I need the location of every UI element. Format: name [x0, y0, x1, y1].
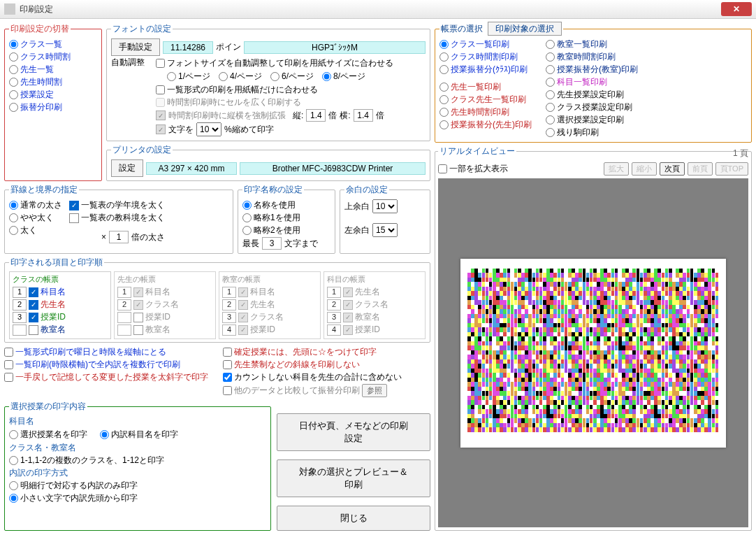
sel-r2-radio-0[interactable]	[9, 456, 18, 465]
printer-name-value: Brother MFC-J6983CDW Printer	[240, 162, 426, 175]
printname-radio-0[interactable]	[242, 201, 252, 210]
item-order: 1	[117, 287, 131, 298]
printname-radio-1[interactable]	[242, 213, 252, 222]
opts-left-check-0[interactable]	[4, 348, 13, 357]
rt-btn-次頁[interactable]: 次頁	[660, 162, 685, 176]
preview-button[interactable]: 対象の選択とプレビュー＆印刷	[277, 459, 430, 497]
rt-btn-前頁: 前頁	[688, 162, 713, 176]
switch-radio-4[interactable]	[9, 90, 18, 99]
item-check: ✓	[238, 287, 248, 297]
opts-left-check-2[interactable]	[4, 373, 13, 382]
zoom-check[interactable]	[438, 164, 447, 173]
printname-group: 印字名称の設定 名称を使用略称1を使用略称2を使用 最長 3 文字まで	[238, 184, 335, 254]
opts-left-check-1[interactable]	[4, 360, 13, 369]
reports-right-radio-6[interactable]	[546, 115, 555, 124]
perpage-radio-3[interactable]	[322, 72, 331, 81]
close-icon[interactable]: ✕	[721, 2, 752, 16]
perpage-radio-0[interactable]	[167, 72, 176, 81]
reports-group: 帳票の選択 印刷対象の選択 クラス一覧印刷クラス時間割印刷授業振替分(ｸﾗｽ)印…	[435, 23, 752, 143]
date-memo-button[interactable]: 日付や頁、メモなどの印刷設定	[277, 413, 430, 451]
opts-right-check-2[interactable]	[223, 373, 232, 382]
switch-radio-0[interactable]	[9, 40, 18, 49]
item-check[interactable]: ✓	[29, 313, 38, 322]
line-radio-1[interactable]	[9, 213, 18, 222]
item-check: ✓	[343, 313, 353, 322]
item-order	[117, 312, 131, 323]
line-radio-2[interactable]	[9, 226, 18, 235]
reports-left-radio-0[interactable]	[439, 40, 449, 49]
font-legend: フォントの設定	[111, 23, 173, 35]
reports-right-radio-5[interactable]	[546, 103, 555, 112]
item-check[interactable]	[29, 325, 38, 335]
switch-radio-2[interactable]	[9, 65, 18, 74]
border-mult-input[interactable]: 1	[109, 231, 129, 243]
auto-label: 自動調整	[111, 57, 153, 69]
autofit-check[interactable]	[156, 59, 165, 68]
item-order[interactable]	[13, 324, 27, 336]
reports-right-radio-1[interactable]	[546, 52, 555, 62]
sel-r3-radio-1[interactable]	[9, 494, 18, 503]
item-order[interactable]: 3	[13, 312, 27, 323]
item-order: 4	[222, 324, 236, 336]
line-radio-0[interactable]	[9, 201, 18, 210]
left-margin-select[interactable]: 15	[372, 223, 398, 237]
subject-border-check[interactable]	[69, 213, 79, 223]
font-group: フォントの設定 手動設定 11.14286 ポイン HGPｺﾞｼｯｸM 自動調整…	[106, 23, 430, 141]
item-check: ✓	[133, 300, 143, 310]
perpage-radio-1[interactable]	[219, 72, 228, 81]
scale-select[interactable]: 10	[196, 122, 221, 136]
reports-left-radio-4[interactable]	[439, 95, 449, 104]
opts-right-check-3[interactable]	[223, 386, 232, 395]
listfit-check[interactable]	[156, 85, 165, 94]
rt-btn-拡大: 拡大	[604, 162, 629, 176]
item-check[interactable]: ✓	[29, 287, 38, 297]
reports-left-radio-2[interactable]	[439, 65, 449, 74]
reports-right-radio-3[interactable]	[546, 78, 555, 87]
item-check: ✓	[238, 300, 248, 310]
reports-left-radio-3[interactable]	[439, 83, 449, 92]
printer-set-button[interactable]: 設定	[111, 159, 143, 177]
perpage-radio-2[interactable]	[270, 72, 279, 81]
item-check: ✓	[238, 313, 248, 322]
item-order: 3	[327, 312, 341, 323]
grade-border-check[interactable]: ✓	[69, 201, 79, 211]
rt-btn-縮小: 縮小	[632, 162, 657, 176]
titlebar: 印刷設定 ✕	[0, 0, 756, 19]
close-button[interactable]: 閉じる	[277, 506, 430, 531]
reports-right-radio-4[interactable]	[546, 90, 555, 99]
item-check[interactable]: ✓	[29, 300, 38, 310]
item-check: ✓	[343, 325, 353, 335]
report-target-button[interactable]: 印刷対象の選択	[488, 22, 562, 36]
reports-right-radio-2[interactable]	[546, 65, 555, 74]
reports-left-radio-6[interactable]	[439, 120, 449, 129]
item-order	[117, 324, 131, 336]
reports-right-radio-0[interactable]	[546, 40, 555, 49]
tate-input[interactable]: 1.4	[306, 109, 326, 122]
item-check: ✓	[343, 287, 353, 297]
reports-left-radio-5[interactable]	[439, 108, 449, 117]
switch-radio-5[interactable]	[9, 103, 18, 112]
top-margin-select[interactable]: 10	[372, 199, 398, 213]
sel-r1-radio-0[interactable]	[9, 430, 18, 439]
preview-paper	[460, 259, 726, 448]
window-title: 印刷設定	[20, 3, 721, 15]
item-check	[133, 325, 143, 335]
switch-radio-3[interactable]	[9, 78, 18, 87]
item-order[interactable]: 1	[13, 287, 27, 298]
item-check	[133, 313, 143, 322]
manual-button[interactable]: 手動設定	[111, 38, 160, 56]
reports-right-radio-7[interactable]	[546, 128, 555, 137]
ref-button[interactable]: 参照	[362, 384, 387, 397]
printname-radio-2[interactable]	[242, 226, 252, 235]
switch-radio-1[interactable]	[9, 52, 18, 62]
opts-right-check-0[interactable]	[223, 348, 232, 357]
font-name-value: HGPｺﾞｼｯｸM	[244, 41, 426, 54]
sel-r3-radio-0[interactable]	[9, 481, 18, 490]
maxlen-input[interactable]: 3	[262, 237, 282, 250]
item-order[interactable]: 2	[13, 299, 27, 311]
preview-canvas	[438, 178, 748, 527]
opts-right-check-1[interactable]	[223, 360, 232, 369]
sel-r1-radio-1[interactable]	[100, 430, 109, 439]
yoko-input[interactable]: 1.4	[354, 109, 373, 122]
reports-left-radio-1[interactable]	[439, 52, 449, 62]
